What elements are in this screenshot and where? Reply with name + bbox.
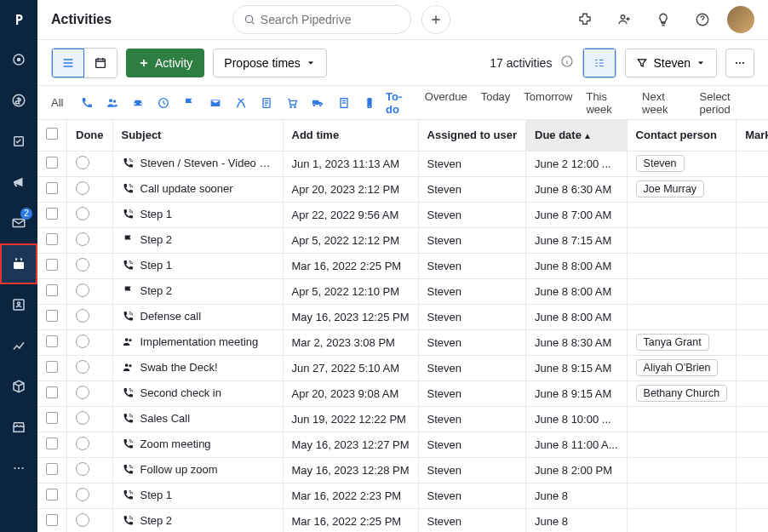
col-done[interactable]: Done: [67, 120, 113, 151]
row-done[interactable]: [67, 432, 113, 457]
row-subject[interactable]: Defense call: [112, 304, 283, 329]
compact-view[interactable]: [583, 49, 616, 77]
nav-insights[interactable]: [0, 325, 37, 366]
col-contact[interactable]: Contact person: [627, 120, 736, 151]
table-row[interactable]: Sales CallJun 19, 2022 12:22 PMStevenJun…: [37, 406, 768, 432]
row-subject[interactable]: Call update sooner: [112, 176, 283, 202]
row-contact[interactable]: [627, 483, 736, 508]
row-contact[interactable]: [627, 432, 736, 457]
type-flag-icon[interactable]: [180, 93, 198, 113]
row-select[interactable]: [37, 406, 67, 432]
col-mark[interactable]: Mark: [736, 120, 768, 151]
table-row[interactable]: Zoom meetingMay 16, 2023 12:27 PMStevenJ…: [37, 432, 768, 457]
period-tomorrow[interactable]: Tomorrow: [524, 90, 572, 116]
table-row[interactable]: Step 2Apr 5, 2022 12:10 PMStevenJune 8 8…: [37, 278, 768, 304]
global-search[interactable]: [232, 5, 411, 34]
row-contact[interactable]: Joe Murray: [627, 176, 736, 202]
nav-products[interactable]: [0, 366, 37, 407]
table-row[interactable]: Follow up zoomMay 16, 2023 12:28 PMSteve…: [37, 457, 768, 483]
row-subject[interactable]: Step 2: [112, 227, 283, 253]
propose-times-button[interactable]: Propose times: [213, 49, 326, 77]
type-cart-icon[interactable]: [283, 93, 301, 113]
nav-activities[interactable]: [0, 243, 37, 284]
row-done[interactable]: [67, 406, 113, 432]
row-contact[interactable]: [627, 253, 736, 278]
row-contact[interactable]: [627, 457, 736, 483]
period-next-week[interactable]: Next week: [642, 90, 686, 116]
table-row[interactable]: Swab the Deck!Jun 27, 2022 5:10 AMSteven…: [37, 355, 768, 380]
row-done[interactable]: [67, 457, 113, 483]
info-icon[interactable]: [560, 54, 574, 71]
row-select[interactable]: [37, 432, 67, 457]
nav-deals[interactable]: [0, 80, 37, 121]
type-call-icon[interactable]: [77, 93, 95, 113]
row-done[interactable]: [67, 151, 113, 176]
tips-icon[interactable]: [649, 5, 678, 34]
table-row[interactable]: Step 1Mar 16, 2022 2:25 PMStevenJune 8 8…: [37, 253, 768, 278]
row-subject[interactable]: Follow up zoom: [112, 457, 283, 483]
table-row[interactable]: Defense callMay 16, 2023 12:25 PMStevenJ…: [37, 304, 768, 329]
row-contact[interactable]: Bethany Church: [627, 380, 736, 406]
row-contact[interactable]: [627, 227, 736, 253]
period-to-do[interactable]: To-do: [386, 90, 411, 116]
invite-icon[interactable]: [610, 5, 639, 34]
type-car-icon[interactable]: [129, 93, 147, 113]
period-overdue[interactable]: Overdue: [425, 90, 467, 116]
nav-contacts[interactable]: [0, 284, 37, 325]
row-select[interactable]: [37, 253, 67, 278]
table-row[interactable]: Second check inApr 20, 2023 9:08 AMSteve…: [37, 380, 768, 406]
row-done[interactable]: [67, 380, 113, 406]
row-contact[interactable]: [627, 278, 736, 304]
add-button[interactable]: [421, 5, 450, 34]
row-done[interactable]: [67, 202, 113, 227]
col-subject[interactable]: Subject: [112, 120, 283, 151]
period-today[interactable]: Today: [481, 90, 511, 116]
row-subject[interactable]: Second check in: [112, 380, 283, 406]
row-subject[interactable]: Step 2: [112, 508, 283, 532]
row-select[interactable]: [37, 508, 67, 532]
row-contact[interactable]: [627, 304, 736, 329]
period-select-period[interactable]: Select period: [700, 90, 754, 116]
col-assigned[interactable]: Assigned to user: [418, 120, 525, 151]
nav-mail[interactable]: 2: [0, 203, 37, 243]
type-note-icon[interactable]: [334, 93, 352, 113]
search-input[interactable]: [261, 13, 400, 26]
help-icon[interactable]: [688, 5, 717, 34]
row-done[interactable]: [67, 355, 113, 380]
type-meeting-icon[interactable]: [103, 93, 122, 113]
period-this-week[interactable]: This week: [586, 90, 628, 116]
row-done[interactable]: [67, 304, 113, 329]
row-done[interactable]: [67, 227, 113, 253]
more-options-button[interactable]: [725, 49, 754, 77]
nav-campaigns[interactable]: [0, 162, 37, 203]
row-subject[interactable]: Step 1: [112, 483, 283, 508]
row-select[interactable]: [37, 380, 67, 406]
row-select[interactable]: [37, 355, 67, 380]
row-subject[interactable]: Sales Call: [112, 406, 283, 432]
type-phone-icon[interactable]: [360, 93, 379, 113]
calendar-view-toggle[interactable]: [84, 49, 117, 77]
list-view-toggle[interactable]: [52, 49, 84, 77]
row-contact[interactable]: Tanya Grant: [627, 329, 736, 355]
row-done[interactable]: [67, 329, 113, 355]
row-contact[interactable]: [627, 202, 736, 227]
row-done[interactable]: [67, 176, 113, 202]
row-select[interactable]: [37, 304, 67, 329]
row-subject[interactable]: Step 2: [112, 278, 283, 304]
nav-projects[interactable]: [0, 121, 37, 162]
user-filter-button[interactable]: Steven: [625, 49, 717, 77]
table-row[interactable]: Call update soonerApr 20, 2023 2:12 PMSt…: [37, 176, 768, 202]
type-email-icon[interactable]: [205, 93, 224, 113]
row-subject[interactable]: Steven / Steven - Video Con...: [112, 151, 283, 176]
table-row[interactable]: Step 2Mar 16, 2022 2:25 PMStevenJune 8: [37, 508, 768, 532]
col-due-date[interactable]: Due date▲: [526, 120, 628, 151]
row-subject[interactable]: Zoom meeting: [112, 432, 283, 457]
row-select[interactable]: [37, 278, 67, 304]
row-contact[interactable]: [627, 406, 736, 432]
table-row[interactable]: Step 1Apr 22, 2022 9:56 AMStevenJune 8 7…: [37, 202, 768, 227]
row-done[interactable]: [67, 278, 113, 304]
col-add-time[interactable]: Add time: [283, 120, 418, 151]
row-subject[interactable]: Implementation meeting: [112, 329, 283, 355]
type-deadline-icon[interactable]: [154, 93, 173, 113]
table-row[interactable]: Step 1Mar 16, 2022 2:23 PMStevenJune 8: [37, 483, 768, 508]
